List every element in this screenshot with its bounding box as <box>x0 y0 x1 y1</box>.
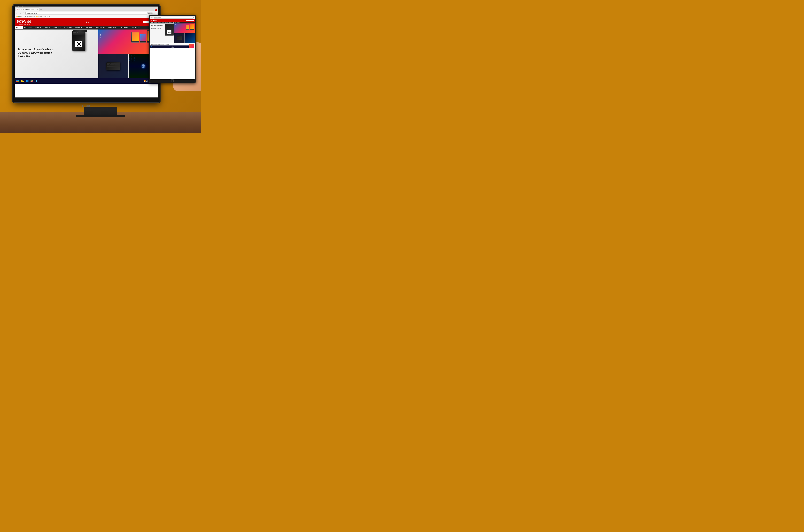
tab-close-button[interactable]: ✕ <box>37 8 38 10</box>
pcworld-social-icons: f t g⁺ <box>85 21 90 23</box>
pcworld-tagline: Work. Life. Productivity. <box>17 24 31 25</box>
tablet-side-bottom: 💀 <box>175 33 195 43</box>
nav-tablets[interactable]: TABLETS <box>74 26 84 29</box>
nav-laptops[interactable]: LAPTOPS <box>63 26 74 29</box>
nav-news[interactable]: NEWS <box>15 26 23 29</box>
browser-tab-pcworld[interactable]: P PCWorld - News, tips and ... ✕ <box>15 7 39 11</box>
browser-chrome: P PCWorld - News, tips and ... ✕ — □ ✕ <box>15 6 158 18</box>
nav-howto[interactable]: HOW-TO <box>33 26 43 29</box>
tablet-side-articles: Hd <box>175 23 195 43</box>
hero-headline-text: Boxx Apexx 5: Here's what a 36-core, 5-G… <box>18 48 54 58</box>
tv-stand-base <box>76 115 125 117</box>
hero-article-section: BOXX <box>15 30 98 78</box>
back-button[interactable]: ← <box>16 12 18 15</box>
taskbar-steam[interactable] <box>25 79 29 83</box>
browser-toolbar: ← → ↻ thomas ⬇ ☰ <box>15 11 158 15</box>
tv: AQUOS P PCWorld - News, tips and ... ✕ <box>13 5 160 103</box>
side-top-text: Hdb <box>100 31 101 39</box>
keyboard-article-image <box>98 54 128 78</box>
bookmarks-bar: Apps 🔖 Suggested Sites 📁 Imported from I… <box>15 15 158 18</box>
tablet-content-area: BOXX Boxx Apexx 5: Here's what a 36-core… <box>150 23 195 43</box>
nav-phones[interactable]: PHONES <box>84 26 94 29</box>
tab-favicon: P <box>17 8 18 10</box>
windows-logo-icon <box>16 80 19 82</box>
network-tray-icon[interactable]: 📶 <box>144 80 146 82</box>
bookmark-apps[interactable]: Apps <box>16 16 22 17</box>
bookmark-suggested[interactable]: 🔖 Suggested Sites <box>23 16 35 17</box>
nav-reviews[interactable]: REVIEWS <box>23 26 33 29</box>
scene: AQUOS P PCWorld - News, tips and ... ✕ <box>0 0 201 133</box>
tv-screen: P PCWorld - News, tips and ... ✕ — □ ✕ <box>15 6 158 97</box>
pcworld-header-wrapper: PCWorld Work. Life. Productivity. f t g⁺… <box>15 18 158 26</box>
twitter-icon[interactable]: t <box>86 21 87 23</box>
tablet-sub-skull: 💀 <box>185 33 195 43</box>
tab-title: PCWorld - News, tips and ... <box>19 8 35 10</box>
bookmark-other[interactable]: se <box>49 16 50 17</box>
pcworld-logo-area: PCWorld Work. Life. Productivity. <box>17 19 31 25</box>
forward-button[interactable]: → <box>19 12 21 15</box>
tv-brand-label: SHARP <box>82 105 91 107</box>
apps-icon <box>16 17 19 17</box>
browser-tabs-bar: P PCWorld - News, tips and ... ✕ — □ ✕ <box>15 6 158 11</box>
pcworld-header: PCWorld Work. Life. Productivity. f t g⁺… <box>15 18 158 26</box>
tablet-in-hand: ← → www.pcworld.com ☰ PCWorld f t <box>146 10 201 91</box>
taskbar-settings[interactable] <box>34 79 38 83</box>
boxx-computer-image: BOXX <box>72 31 85 51</box>
nav-video[interactable]: VIDEO <box>43 26 51 29</box>
nav-business[interactable]: BUSINESS <box>51 26 63 29</box>
svg-rect-1 <box>41 9 41 10</box>
nav-hardware[interactable]: HARDWARE <box>94 26 107 29</box>
taskbar-file-explorer[interactable] <box>21 79 25 83</box>
nav-gadgets[interactable]: GADGETS <box>130 26 141 29</box>
tablet-device[interactable]: ← → www.pcworld.com ☰ PCWorld f t <box>149 15 196 83</box>
other-label: se <box>49 16 50 17</box>
apps-label: Apps <box>19 16 22 17</box>
nav-security[interactable]: SECURITY <box>107 26 118 29</box>
svg-point-9 <box>32 81 32 81</box>
svg-point-10 <box>36 80 37 81</box>
taskbar: 📶 🔊 🔋 10:42 AM 10/15/2014 <box>15 78 158 83</box>
svg-point-6 <box>27 81 28 81</box>
tablet-devices-visual <box>186 24 194 30</box>
pcworld-website: PCWorld Work. Life. Productivity. f t g⁺… <box>15 18 158 83</box>
new-tab-button[interactable] <box>39 8 43 11</box>
pcworld-navigation: NEWS REVIEWS HOW-TO VIDEO BUSINESS LAPTO… <box>15 26 158 30</box>
pcworld-logo: PCWorld <box>17 19 31 24</box>
facebook-icon[interactable]: f <box>85 21 85 23</box>
bookmark-imported[interactable]: 📁 Imported from IE <box>36 16 48 17</box>
svg-rect-3 <box>21 80 22 81</box>
tablet-home-button[interactable] <box>171 79 174 82</box>
hero-image: BOXX <box>15 30 98 78</box>
googleplus-icon[interactable]: g⁺ <box>88 21 90 23</box>
start-button[interactable] <box>15 79 20 83</box>
suggested-label: Suggested Sites <box>25 16 35 17</box>
pcworld-main-content: BOXX <box>15 30 158 78</box>
tablet-screen: ← → www.pcworld.com ☰ PCWorld f t <box>150 16 195 79</box>
address-bar[interactable] <box>25 12 147 15</box>
nav-software[interactable]: SOFTWARE <box>118 26 130 29</box>
refresh-button[interactable]: ↻ <box>22 12 25 15</box>
imported-label: Imported from IE <box>38 16 48 17</box>
taskbar-pinned-icons <box>21 79 38 83</box>
taskbar-chrome[interactable] <box>30 79 34 83</box>
